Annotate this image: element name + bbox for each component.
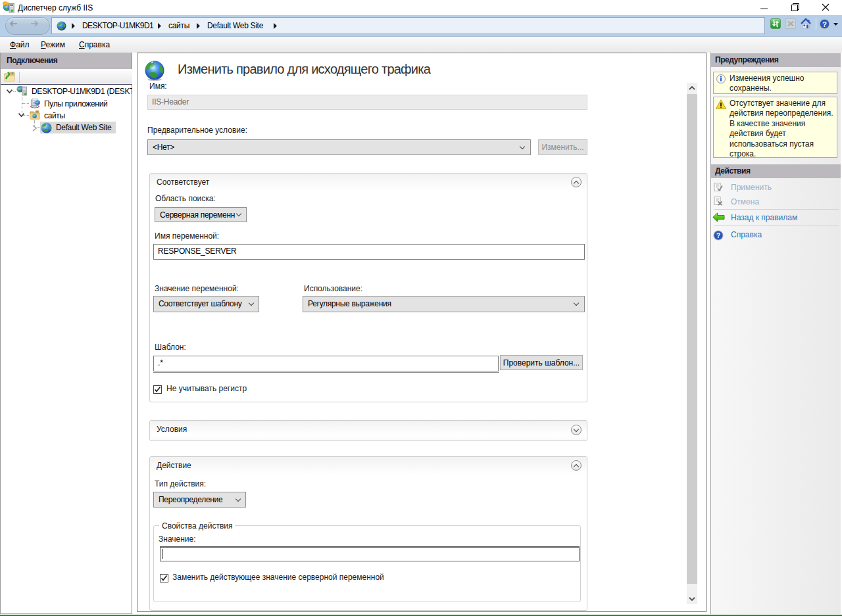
svg-text:?: ? — [822, 20, 827, 28]
svg-text:?: ? — [716, 231, 720, 239]
